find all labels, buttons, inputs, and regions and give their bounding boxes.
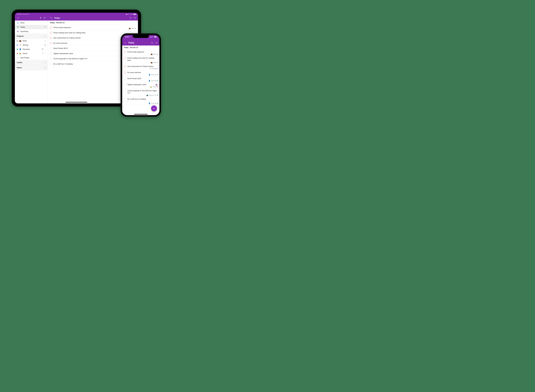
projects-header[interactable]: Projects ⌄ ＋ (15, 33, 48, 39)
complete-checkbox[interactable] (50, 32, 52, 34)
battery-icon (154, 36, 157, 37)
project-emoji: 📝 (19, 44, 21, 46)
task-project-meta: 📝Writing (149, 68, 158, 70)
task-row[interactable]: Send Kirsten $125👤Personal (122, 76, 159, 82)
add-project-row[interactable]: ＋ Add Project (15, 56, 48, 60)
nav-upcoming[interactable]: Upcoming (15, 29, 48, 33)
project-emoji: 📝 (149, 68, 151, 70)
settings-icon[interactable] (43, 16, 46, 19)
notifications-icon[interactable] (39, 16, 42, 19)
project-name: Writing (152, 68, 156, 69)
notch (133, 35, 149, 38)
home-indicator[interactable] (66, 102, 87, 103)
nav-label: Add Project (20, 57, 29, 59)
ipad-toolbar: 12:25 PM Tue Oct 13 100% (15, 13, 138, 20)
task-row[interactable]: Finish email sequence💼Work (48, 25, 138, 30)
add-label-icon[interactable]: ＋ (44, 61, 47, 64)
task-row[interactable]: Get screenshots for Todoist section📝Writ… (122, 64, 159, 70)
chevron-left-icon[interactable]: ‹ (43, 67, 43, 69)
search-icon[interactable] (150, 41, 154, 44)
project-color-dot (17, 45, 18, 46)
more-icon[interactable] (155, 41, 158, 44)
task-title: Finish reading and notes for Getting Rea… (127, 57, 158, 61)
project-work[interactable]: 💼Work2 (15, 39, 48, 43)
project-personal[interactable]: 👤Personal98‹ (15, 47, 48, 51)
project-color-dot (157, 68, 158, 69)
project-color-dot (157, 62, 158, 63)
section-heading: Today · Tue Oct 13 (48, 20, 138, 25)
task-project-meta: 💼Work (129, 28, 136, 29)
project-name: Personal (151, 74, 156, 75)
complete-checkbox[interactable] (124, 57, 126, 59)
project-color-dot (17, 53, 18, 54)
add-task-fab[interactable]: ＋ (151, 105, 157, 111)
more-icon[interactable] (133, 16, 136, 19)
ipad-status-date: Tue Oct 13 (23, 14, 29, 15)
task-row[interactable]: Do a half hour of reading↻👤Personal (122, 97, 159, 105)
app-logo-icon[interactable] (16, 16, 19, 19)
task-row[interactable]: Tighten dishwasher valve🏡Home (122, 82, 159, 89)
chevron-left-icon[interactable]: ‹ (45, 48, 46, 50)
complete-checkbox[interactable] (124, 72, 126, 74)
section-heading: Today · Tue Oct 13 (122, 46, 159, 50)
chevron-down-icon[interactable]: ⌄ (42, 35, 43, 37)
chevron-left-icon[interactable]: ‹ (45, 52, 46, 54)
add-project-icon[interactable]: ＋ (44, 35, 47, 37)
project-color-dot (135, 28, 136, 29)
nav-label: Today (20, 26, 25, 28)
chevron-left-icon[interactable]: ‹ (43, 61, 43, 63)
cellular-icon (126, 14, 127, 15)
home-indicator[interactable] (134, 114, 148, 114)
labels-header[interactable]: Labels ‹ ＋ (15, 60, 48, 65)
location-icon (129, 36, 130, 37)
project-name: Writing (23, 44, 28, 46)
project-home[interactable]: 🏡Home3‹ (15, 51, 48, 56)
project-emoji: 📺 (146, 94, 148, 96)
add-filter-icon[interactable]: ＋ (44, 66, 47, 69)
project-color-dot (17, 40, 18, 42)
task-title: Finish email sequence (127, 51, 158, 53)
complete-checkbox[interactable] (50, 63, 52, 65)
complete-checkbox[interactable] (50, 47, 52, 49)
section-title: Filters (17, 67, 43, 69)
nav-inbox[interactable]: Inbox (15, 20, 48, 25)
task-row[interactable]: Finish reading and notes for Getting Rea… (122, 56, 159, 64)
complete-checkbox[interactable] (124, 84, 126, 86)
project-emoji: 🏡 (19, 52, 21, 54)
nav-today[interactable]: 13 Today 8 (15, 25, 48, 29)
nav-label: Upcoming (20, 30, 28, 33)
complete-checkbox[interactable] (124, 51, 126, 53)
ipad-status-time: 12:25 PM (17, 14, 22, 15)
complete-checkbox[interactable] (124, 65, 126, 68)
project-color-dot (157, 80, 158, 81)
recurring-icon: ↻ (127, 100, 158, 102)
project-color-dot (157, 54, 158, 55)
project-writing[interactable]: 📝Writing19 (15, 43, 48, 47)
complete-checkbox[interactable] (50, 26, 52, 29)
complete-checkbox[interactable] (124, 78, 126, 80)
complete-checkbox[interactable] (50, 42, 52, 44)
task-row[interactable]: Try first episode of Tiny World on Apple… (122, 89, 159, 97)
complete-checkbox[interactable] (50, 37, 52, 39)
expand-icon[interactable] (50, 16, 52, 19)
cellular-icon (150, 36, 151, 37)
complete-checkbox[interactable] (124, 98, 126, 100)
project-emoji: 👤 (19, 48, 21, 50)
complete-checkbox[interactable] (124, 90, 126, 92)
project-color-dot (157, 95, 158, 96)
complete-checkbox[interactable] (50, 52, 52, 55)
project-count: 2 (45, 40, 46, 42)
search-icon[interactable] (129, 16, 132, 19)
plus-icon: ＋ (17, 56, 19, 59)
task-project-meta: 📺Shows & TV (146, 94, 158, 96)
project-emoji: 👤 (149, 74, 150, 76)
task-title: Try first episode of Tiny World on Apple… (127, 90, 158, 94)
project-name: Personal (23, 48, 30, 50)
back-button[interactable] (124, 41, 127, 44)
task-row[interactable]: Finish email sequence💼Work (122, 50, 159, 56)
task-project-meta: 🏡Home (150, 86, 158, 88)
filters-header[interactable]: Filters ‹ ＋ (15, 65, 48, 70)
complete-checkbox[interactable] (50, 58, 52, 60)
task-project-meta: 👤Personal (149, 103, 158, 104)
task-row[interactable]: Do some exercise👤Personal (122, 70, 159, 76)
